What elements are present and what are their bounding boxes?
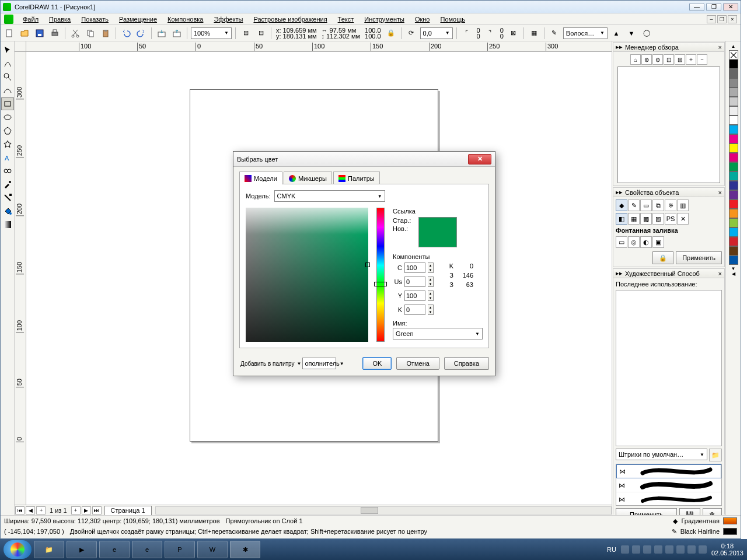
color-swatch[interactable] [729, 97, 738, 106]
rotation-input[interactable]: 0,0▼ [420, 27, 453, 39]
close-button[interactable]: ✕ [723, 3, 738, 11]
web-tab-icon[interactable]: ⧉ [652, 200, 664, 211]
general-tab-icon[interactable]: ▥ [677, 200, 689, 211]
y-spinner[interactable]: ▲▼ [428, 290, 434, 301]
menu-text[interactable]: Текст [333, 15, 359, 24]
dialog-title-bar[interactable]: Выбрать цвет ✕ [233, 152, 495, 167]
prev-page-button[interactable]: ◀ [26, 506, 35, 514]
nav-zoomin-icon[interactable]: ⊕ [641, 54, 652, 65]
task-app1[interactable]: P [165, 541, 195, 558]
apply-button[interactable]: Применить [676, 251, 722, 264]
color-swatch[interactable] [729, 134, 738, 144]
stroke-item[interactable]: ⋈ [616, 464, 721, 478]
hue-marker[interactable] [374, 282, 387, 286]
palette-scroll-up[interactable]: ▲ [731, 44, 736, 49]
stroke-list[interactable]: ⋈ ⋈ ⋈ [616, 464, 722, 506]
open-icon[interactable] [18, 27, 31, 40]
fill-tab-icon[interactable]: ◆ [616, 200, 627, 211]
docker-close-icon[interactable]: × [718, 44, 722, 51]
m-spinner[interactable]: ▲▼ [428, 276, 434, 287]
horizontal-scrollbar[interactable] [155, 506, 612, 514]
tray-icon[interactable] [676, 545, 685, 554]
docker-close-icon[interactable]: × [718, 270, 722, 277]
add-page-before-button[interactable]: ＋ [36, 506, 46, 514]
tray-icon[interactable] [621, 545, 629, 554]
task-coreldraw[interactable]: ✱ [230, 541, 260, 558]
menu-help[interactable]: Помощь [435, 15, 470, 24]
new-icon[interactable] [3, 27, 16, 40]
model-combo[interactable]: CMYK▼ [274, 190, 385, 202]
scroll-thumb[interactable] [361, 507, 378, 514]
menu-window[interactable]: Окно [410, 15, 435, 24]
convert-icon[interactable]: ◯ [640, 27, 653, 40]
ok-button[interactable]: OK [362, 357, 392, 370]
snap-icon[interactable]: ⊞ [239, 27, 252, 40]
nav-zoomout-icon[interactable]: ⊖ [652, 54, 663, 65]
color-swatch[interactable] [729, 256, 738, 265]
export-icon[interactable] [170, 27, 183, 40]
color-swatch[interactable] [729, 116, 738, 125]
nav-sel-icon[interactable]: ⊞ [675, 54, 685, 65]
copy-icon[interactable] [84, 27, 97, 40]
uniform-fill-icon[interactable]: ▦ [628, 213, 640, 225]
pattern-fill-icon[interactable]: ▩ [640, 213, 652, 225]
color-swatch[interactable] [729, 181, 738, 190]
no-fill-icon[interactable]: ✕ [677, 213, 689, 225]
stroke-item[interactable]: ⋈ [616, 478, 721, 492]
tray-icon[interactable] [665, 545, 673, 554]
color-swatch[interactable] [729, 209, 738, 218]
square-icon[interactable]: ▣ [652, 236, 664, 248]
fill-tool[interactable] [1, 205, 14, 218]
tray-icon[interactable] [632, 545, 640, 554]
task-explorer[interactable]: 📁 [34, 541, 64, 558]
tab-mixers[interactable]: Микшеры [284, 172, 332, 184]
save-icon[interactable] [33, 27, 46, 40]
palette-flyout[interactable]: ◀ [732, 271, 735, 276]
corner-lock-icon[interactable]: ⊠ [507, 27, 520, 40]
task-word[interactable]: W [197, 541, 228, 558]
y-input[interactable]: 100 [404, 290, 425, 301]
doc-close-button[interactable]: × [728, 15, 737, 23]
corner-tr-icon[interactable]: ⌝ [484, 27, 497, 40]
navigator-preview[interactable] [617, 66, 720, 183]
options-combo[interactable]: ополнитель▼ [302, 358, 336, 369]
start-button[interactable] [4, 540, 32, 559]
to-back-icon[interactable]: ▼ [625, 27, 638, 40]
pick-tool[interactable] [1, 44, 14, 57]
nav-home-icon[interactable]: ⌂ [630, 54, 641, 65]
conical-icon[interactable]: ◐ [640, 236, 652, 248]
outline-pen-icon[interactable]: ✎ [548, 27, 561, 40]
task-ie2[interactable]: e [132, 541, 162, 558]
dialog-close-button[interactable]: ✕ [468, 154, 491, 164]
stroke-item[interactable]: ⋈ [616, 492, 721, 506]
zoom-combo[interactable]: 100%▼ [191, 27, 232, 39]
redo-icon[interactable] [135, 27, 148, 40]
wrap-icon[interactable]: ▦ [528, 27, 540, 40]
cancel-button[interactable]: Отмена [396, 357, 439, 370]
color-swatch[interactable] [729, 69, 738, 78]
nav-plus-icon[interactable]: ＋ [686, 54, 696, 65]
doc-restore-button[interactable]: ❐ [717, 15, 727, 23]
postscript-fill-icon[interactable]: PS [665, 213, 676, 225]
menu-arrange[interactable]: Компоновка [163, 15, 208, 24]
last-used-list[interactable] [616, 290, 722, 446]
rect-tab-icon[interactable]: ▭ [640, 200, 652, 211]
hue-slider[interactable] [376, 208, 385, 342]
fountain-fill-icon[interactable]: ◧ [616, 213, 627, 225]
color-swatch[interactable] [729, 106, 738, 116]
rotate-icon[interactable]: ⟳ [405, 27, 418, 40]
color-field[interactable] [246, 208, 368, 342]
browse-icon[interactable]: 📁 [709, 449, 722, 461]
color-name-combo[interactable]: Green▼ [393, 328, 483, 340]
cut-icon[interactable] [69, 27, 82, 40]
page-tab[interactable]: Страница 1 [104, 506, 152, 515]
eyedropper-tool[interactable] [1, 178, 14, 191]
task-ie[interactable]: e [99, 541, 130, 558]
ruler-origin[interactable] [15, 41, 26, 52]
interactive-fill-tool[interactable] [1, 218, 14, 231]
outline-width-combo[interactable]: Волося…▼ [563, 27, 608, 39]
docker-close-icon[interactable]: × [718, 189, 722, 196]
add-to-palette-button[interactable]: Добавить в палитру [239, 360, 296, 367]
menu-effects[interactable]: Эффекты [209, 15, 247, 24]
color-swatch[interactable] [729, 218, 738, 228]
